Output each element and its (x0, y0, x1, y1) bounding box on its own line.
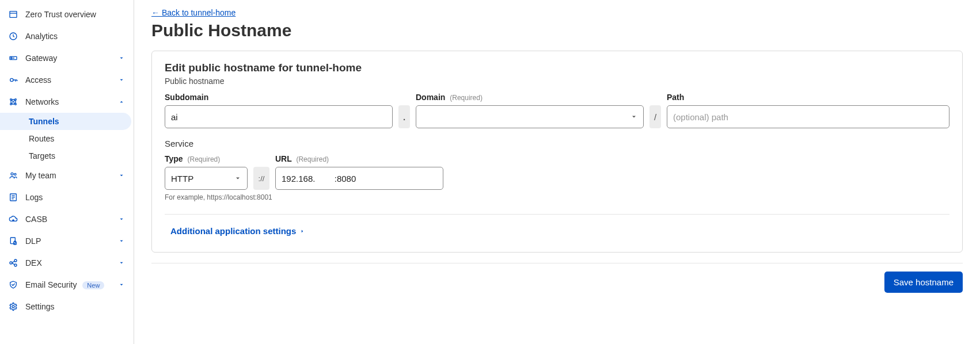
sidebar-item-label: Access (25, 75, 117, 85)
chevron-down-icon (234, 175, 241, 182)
dlp-icon (8, 236, 18, 246)
panel-subtitle: Public hostname (165, 77, 949, 86)
subdomain-label: Subdomain (165, 93, 393, 102)
main-content: ← Back to tunnel-home Public Hostname Ed… (134, 0, 980, 344)
slash-separator: / (649, 105, 661, 128)
sidebar-item-label: Analytics (25, 32, 126, 41)
type-value: HTTP (171, 174, 234, 184)
team-icon (8, 170, 18, 181)
window-icon (8, 9, 18, 20)
chevron-down-icon (117, 281, 126, 289)
service-help-text: For example, https://localhost:8001 (165, 193, 949, 201)
chevron-down-icon (117, 215, 126, 223)
sidebar-item-label: CASB (25, 215, 117, 224)
sidebar-item-access[interactable]: Access (0, 69, 134, 91)
sidebar-item-myteam[interactable]: My team (0, 165, 134, 186)
svg-point-19 (14, 264, 17, 266)
sidebar-item-label: DEX (25, 258, 117, 267)
url-label: URL (Required) (275, 154, 443, 163)
sidebar-item-label: Tunnels (29, 117, 59, 126)
dot-separator: . (398, 105, 410, 128)
page-title: Public Hostname (151, 21, 963, 40)
path-input[interactable] (667, 105, 949, 128)
sidebar-item-tunnels[interactable]: Tunnels (0, 113, 131, 130)
sidebar-item-dlp[interactable]: DLP (0, 230, 134, 252)
sidebar-item-label: Routes (29, 134, 54, 143)
path-field: Path (667, 93, 949, 128)
chevron-down-icon (117, 237, 126, 245)
chevron-down-icon (117, 259, 126, 267)
chevron-down-icon (117, 171, 126, 179)
gear-icon (8, 301, 18, 312)
expander-label: Additional application settings (170, 226, 296, 236)
sidebar: Zero Trust overview Analytics Gateway Ac… (0, 0, 134, 344)
sidebar-item-casb[interactable]: CASB (0, 208, 134, 230)
sidebar-item-settings[interactable]: Settings (0, 296, 134, 318)
dex-icon (8, 258, 18, 268)
sidebar-item-logs[interactable]: Logs (0, 186, 134, 208)
svg-point-18 (14, 259, 17, 262)
footer-divider (151, 263, 963, 263)
url-field: URL (Required) (275, 154, 443, 190)
sidebar-item-networks[interactable]: Networks (0, 91, 134, 113)
chevron-down-icon (117, 54, 126, 62)
back-link[interactable]: ← Back to tunnel-home (151, 8, 235, 17)
sidebar-item-dex[interactable]: DEX (0, 252, 134, 274)
sidebar-item-label: Email Security New (25, 280, 117, 289)
path-label: Path (667, 93, 949, 102)
logs-icon (8, 192, 18, 202)
type-label: Type (Required) (165, 154, 248, 163)
domain-select[interactable] (416, 105, 644, 128)
sidebar-item-analytics[interactable]: Analytics (0, 25, 134, 47)
casb-icon (8, 214, 18, 224)
sidebar-item-targets[interactable]: Targets (0, 147, 134, 165)
sidebar-item-label: Settings (25, 302, 126, 311)
hostname-row: Subdomain . Domain (Required) / Path (165, 93, 949, 128)
chevron-up-icon (117, 98, 126, 106)
service-heading: Service (165, 139, 949, 148)
svg-point-9 (11, 173, 13, 175)
email-icon (8, 280, 18, 290)
networks-icon (8, 97, 18, 107)
service-row: Type (Required) HTTP :// URL (Required) (165, 154, 949, 190)
sidebar-item-routes[interactable]: Routes (0, 130, 134, 147)
svg-point-10 (14, 173, 16, 175)
sidebar-item-label: Zero Trust overview (25, 10, 126, 19)
svg-point-4 (10, 78, 13, 81)
chevron-right-icon (299, 228, 305, 234)
chevron-down-icon (630, 113, 637, 120)
type-select[interactable]: HTTP (165, 167, 248, 190)
footer-actions: Save hostname (151, 272, 963, 293)
svg-rect-0 (10, 12, 17, 18)
new-badge: New (82, 281, 104, 289)
sidebar-item-label: Logs (25, 193, 126, 202)
panel-title: Edit public hostname for tunnel-home (165, 62, 949, 74)
sidebar-item-overview[interactable]: Zero Trust overview (0, 3, 134, 25)
save-hostname-button[interactable]: Save hostname (884, 272, 963, 293)
type-field: Type (Required) HTTP (165, 154, 248, 190)
subdomain-input[interactable] (165, 105, 393, 128)
gateway-icon (8, 53, 18, 63)
svg-point-17 (10, 262, 12, 264)
sidebar-item-label: Networks (25, 97, 117, 106)
sidebar-item-gateway[interactable]: Gateway (0, 47, 134, 69)
chevron-down-icon (117, 76, 126, 84)
sidebar-item-label: Targets (29, 151, 55, 160)
additional-settings-toggle[interactable]: Additional application settings (170, 226, 305, 236)
back-link-text: ← Back to tunnel-home (151, 8, 235, 17)
svg-point-20 (12, 305, 14, 308)
url-input[interactable] (275, 167, 443, 190)
service-section: Service Type (Required) HTTP :// (165, 139, 949, 201)
sidebar-item-label: Gateway (25, 53, 117, 63)
sidebar-item-label: My team (25, 171, 117, 180)
scheme-separator: :// (253, 167, 269, 190)
domain-field: Domain (Required) (416, 93, 644, 128)
access-icon (8, 75, 18, 85)
subdomain-field: Subdomain (165, 93, 393, 128)
sidebar-item-email-security[interactable]: Email Security New (0, 274, 134, 296)
domain-label: Domain (Required) (416, 93, 644, 102)
sidebar-item-label: DLP (25, 236, 117, 246)
panel-divider (165, 214, 949, 215)
clock-icon (8, 31, 18, 41)
edit-hostname-panel: Edit public hostname for tunnel-home Pub… (151, 51, 963, 253)
